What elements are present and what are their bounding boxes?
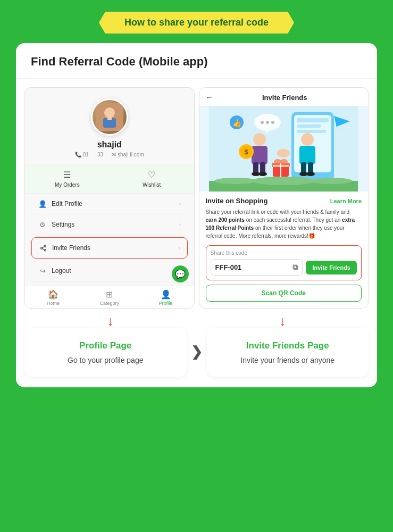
svg-point-1 <box>104 107 115 118</box>
main-card: Find Referral Code (Mobile app) <box>16 43 377 387</box>
svg-point-45 <box>271 121 274 124</box>
share-code-label: Share this code <box>211 250 357 256</box>
profile-menu: 👤 Edit Profile › ⚙ Settings › <box>31 194 188 281</box>
avatar-wrap <box>31 98 188 136</box>
svg-point-27 <box>277 149 290 157</box>
svg-point-26 <box>306 172 315 176</box>
user-info: 📞 01 33 ✉ shaji il.com <box>31 152 188 157</box>
username: shajid <box>31 140 188 149</box>
svg-rect-16 <box>252 146 267 164</box>
invite-content: Invite on Shopping Learn More Share your… <box>199 192 369 306</box>
svg-text:$: $ <box>245 148 249 156</box>
chevron-right-icon: › <box>179 201 181 207</box>
avatar <box>91 98 128 136</box>
svg-rect-14 <box>297 130 326 133</box>
user-email: ✉ shaji il.com <box>112 152 144 157</box>
left-arrow-down: ↓ <box>24 314 197 328</box>
phone-icon: 📞 <box>75 152 81 157</box>
settings-icon: ⚙ <box>38 220 47 229</box>
svg-rect-3 <box>107 117 112 120</box>
back-arrow-icon[interactable]: ← <box>206 93 213 102</box>
step2-title: Invite Friends Page <box>215 340 361 351</box>
chevron-right-icon: › <box>179 221 181 228</box>
phones-section: shajid 📞 01 33 ✉ shaji il.com <box>16 79 377 314</box>
left-phone: shajid 📞 01 33 ✉ shaji il.com <box>24 87 195 309</box>
scan-qr-button[interactable]: Scan QR Code <box>206 285 362 302</box>
invite-header: ← Invite Friends <box>199 88 369 106</box>
bottom-steps: Profile Page Go to your profile page ❯ I… <box>16 328 377 387</box>
top-banner: How to share your referral code <box>99 12 294 34</box>
learn-more-link[interactable]: Learn More <box>330 198 362 204</box>
svg-point-32 <box>274 159 281 164</box>
svg-rect-13 <box>297 124 321 128</box>
wishlist-btn[interactable]: ♡ Wishlist <box>110 164 194 193</box>
down-arrow-left-icon: ↓ <box>107 314 114 328</box>
nav-category[interactable]: ⊞ Category <box>81 289 138 306</box>
svg-point-43 <box>261 121 264 124</box>
my-orders-btn[interactable]: ☰ My Orders <box>25 164 110 193</box>
profile-icon: 👤 <box>161 289 171 300</box>
invite-title-row: Invite on Shopping Learn More <box>206 197 362 205</box>
copy-icon[interactable]: ⧉ <box>292 263 298 272</box>
nav-profile[interactable]: 👤 Profile <box>138 289 194 306</box>
edit-profile-menu-item[interactable]: 👤 Edit Profile › <box>31 194 188 214</box>
nav-home[interactable]: 🏠 Home <box>25 289 81 306</box>
invite-friends-menu-item[interactable]: Invite Friends › <box>31 237 188 259</box>
svg-line-8 <box>42 246 44 247</box>
home-icon: 🏠 <box>48 289 58 300</box>
referral-code-input[interactable]: FFF-001 ⧉ <box>211 259 303 276</box>
invite-friends-button[interactable]: Invite Friends <box>306 261 357 275</box>
share-code-box: Share this code FFF-001 ⧉ Invite Friends <box>206 245 362 280</box>
invite-on-shopping: Invite on Shopping <box>206 197 268 205</box>
svg-point-33 <box>280 159 288 164</box>
svg-rect-12 <box>297 118 329 122</box>
email-icon: ✉ <box>112 152 116 157</box>
right-phone: ← Invite Friends <box>199 87 369 309</box>
svg-point-20 <box>258 172 267 176</box>
person-icon: 👤 <box>38 199 47 209</box>
svg-point-44 <box>266 121 269 124</box>
profile-actions: ☰ My Orders ♡ Wishlist <box>25 164 194 194</box>
invite-header-title: Invite Friends <box>218 94 353 102</box>
chat-bubble[interactable]: 💬 <box>172 265 189 282</box>
step1-card: Profile Page Go to your profile page <box>24 328 187 377</box>
svg-line-7 <box>42 248 44 250</box>
wishlist-icon: ♡ <box>148 170 155 180</box>
step1-desc: Go to your profile page <box>33 355 178 366</box>
invite-illustration: $ 👍 <box>199 106 369 192</box>
category-icon: ⊞ <box>106 289 113 300</box>
logout-icon: ↪ <box>38 266 47 276</box>
chevron-right-icon: › <box>179 245 181 251</box>
step-arrow: ❯ <box>187 344 207 360</box>
orders-icon: ☰ <box>63 170 71 180</box>
svg-point-47 <box>214 178 257 184</box>
top-banner-wrap: How to share your referral code <box>0 0 393 43</box>
share-code-row: FFF-001 ⧉ Invite Friends <box>211 259 357 276</box>
svg-point-49 <box>310 178 353 184</box>
share-icon <box>38 243 48 253</box>
right-arrow-down: ↓ <box>197 314 369 328</box>
user-orders: 33 <box>97 152 103 157</box>
svg-point-21 <box>301 133 314 146</box>
profile-screen: shajid 📞 01 33 ✉ shaji il.com <box>25 88 194 281</box>
invite-description: Share your referral link or code with yo… <box>206 208 362 240</box>
svg-rect-22 <box>299 146 315 164</box>
banner-text: How to share your referral code <box>124 17 269 28</box>
step1-title: Profile Page <box>33 340 178 351</box>
svg-point-15 <box>253 133 266 146</box>
settings-menu-item[interactable]: ⚙ Settings › <box>31 214 188 235</box>
logout-menu-item[interactable]: ↪ Logout › <box>31 261 188 281</box>
bottom-nav: 🏠 Home ⊞ Category 👤 Profile <box>25 286 194 308</box>
step2-card: Invite Friends Page Invite your friends … <box>207 328 369 377</box>
user-phone: 📞 01 <box>75 152 89 157</box>
svg-point-48 <box>252 177 315 185</box>
down-arrow-right-icon: ↓ <box>279 314 286 328</box>
svg-text:👍: 👍 <box>232 119 242 128</box>
main-card-title: Find Referral Code (Mobile app) <box>16 43 377 79</box>
step2-desc: Invite your friends or anyone <box>215 355 361 366</box>
